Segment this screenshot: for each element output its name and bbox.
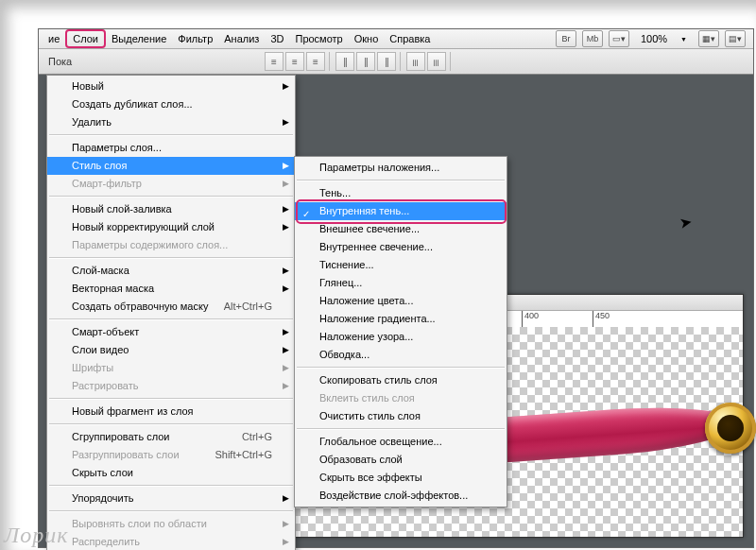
menu-item[interactable]: Сгруппировать слоиCtrl+G [47, 428, 295, 446]
menu-item[interactable]: Параметры наложения... [295, 159, 507, 177]
menu-item[interactable]: Внутреннее свечение... [295, 238, 507, 256]
ring-graphic [705, 403, 756, 454]
menu-item[interactable]: Создать обтравочную маскуAlt+Ctrl+G [47, 298, 295, 316]
menu-item[interactable]: Создать дубликат слоя... [47, 95, 295, 113]
align-icon[interactable]: ≡ [306, 52, 325, 71]
menu-item: Смарт-фильтр▶ [47, 175, 295, 193]
annotation-highlight [296, 199, 507, 224]
align-icon[interactable]: ≡ [265, 52, 284, 71]
menu-item[interactable]: Воздействие слой-эффектов... [295, 487, 507, 505]
menu-item[interactable]: Параметры слоя... [47, 139, 295, 157]
menu-item: Шрифты▶ [47, 359, 295, 377]
menu-item[interactable]: Наложение градиента... [295, 310, 507, 328]
menu-item: Распределить▶ [47, 533, 295, 550]
align-icon[interactable]: ‖ [356, 52, 375, 71]
zoom-level[interactable]: 100%▼ [635, 31, 693, 46]
menu-item[interactable]: Слои видео▶ [47, 341, 295, 359]
arrange-icon[interactable]: ▦▾ [698, 30, 719, 47]
menu-item: Растрировать▶ [47, 377, 295, 395]
menu-item[interactable]: Удалить▶ [47, 113, 295, 131]
menu-item[interactable]: Векторная маска▶ [47, 280, 295, 298]
menu-item[interactable]: Скопировать стиль слоя [295, 371, 507, 389]
menu-selection[interactable]: Выделение [106, 31, 172, 46]
menu-item[interactable]: Стиль слоя▶ [47, 157, 295, 175]
menu-item[interactable]: Слой-маска▶ [47, 262, 295, 280]
menu-item[interactable]: Смарт-объект▶ [47, 323, 295, 341]
align-icon[interactable]: ≡ [285, 52, 304, 71]
menu-item: Вклеить стиль слоя [295, 389, 507, 407]
menu-item[interactable]: Скрыть все эффекты [295, 469, 507, 487]
menu-item[interactable]: Скрыть слои [47, 464, 295, 482]
minibridge-button[interactable]: Mb [582, 30, 603, 47]
distribute-icon[interactable]: ⫼ [427, 52, 446, 71]
options-bar: Пока ≡≡≡ ‖‖‖ ⫼⫼ [39, 49, 753, 75]
app-window: ие Слои Выделение Фильтр Анализ 3D Просм… [38, 28, 754, 548]
menu-filter[interactable]: Фильтр [172, 31, 218, 46]
menu-item: Разгруппировать слоиShift+Ctrl+G [47, 446, 295, 464]
menu-item[interactable]: Тиснение... [295, 256, 507, 274]
watermark: Лорик [4, 523, 68, 548]
bridge-button[interactable]: Br [556, 30, 576, 47]
menu-bar: ие Слои Выделение Фильтр Анализ 3D Просм… [39, 29, 753, 49]
menu-item: Параметры содержимого слоя... [47, 236, 295, 254]
menu-item[interactable]: Новый фрагмент из слоя [47, 403, 295, 421]
menu-item[interactable]: Очистить стиль слоя [295, 407, 507, 425]
menu-3d[interactable]: 3D [265, 31, 289, 46]
menu-window[interactable]: Окно [349, 31, 385, 46]
menu-item[interactable]: Новый слой-заливка▶ [47, 200, 295, 218]
tool-label-fragment: Пока [48, 56, 72, 67]
menu-item[interactable]: Новый▶ [47, 77, 295, 95]
menu-fragment: ие [43, 31, 65, 46]
menu-item[interactable]: Наложение узора... [295, 328, 507, 346]
menu-item[interactable]: Глянец... [295, 274, 507, 292]
layers-menu-dropdown: Новый▶Создать дубликат слоя...Удалить▶Па… [46, 75, 296, 550]
screen-mode-icon[interactable]: ▭▾ [609, 30, 629, 47]
align-icon[interactable]: ‖ [335, 52, 354, 71]
menu-layers[interactable]: Слои [65, 29, 106, 48]
menu-item[interactable]: Глобальное освещение... [295, 433, 507, 451]
menu-item[interactable]: Образовать слой [295, 451, 507, 469]
menu-item[interactable]: Наложение цвета... [295, 292, 507, 310]
extras-icon[interactable]: ▤▾ [725, 30, 746, 47]
menu-item: Выровнять слои по области▶ [47, 515, 295, 533]
menu-item[interactable]: Новый корректирующий слой▶ [47, 218, 295, 236]
menu-item[interactable]: Обводка... [295, 346, 507, 364]
menu-help[interactable]: Справка [384, 31, 436, 46]
align-icon[interactable]: ‖ [377, 52, 396, 71]
menu-view[interactable]: Просмотр [289, 31, 348, 46]
menu-analysis[interactable]: Анализ [218, 31, 265, 46]
distribute-icon[interactable]: ⫼ [406, 52, 425, 71]
menu-item[interactable]: Упорядочить▶ [47, 490, 295, 507]
